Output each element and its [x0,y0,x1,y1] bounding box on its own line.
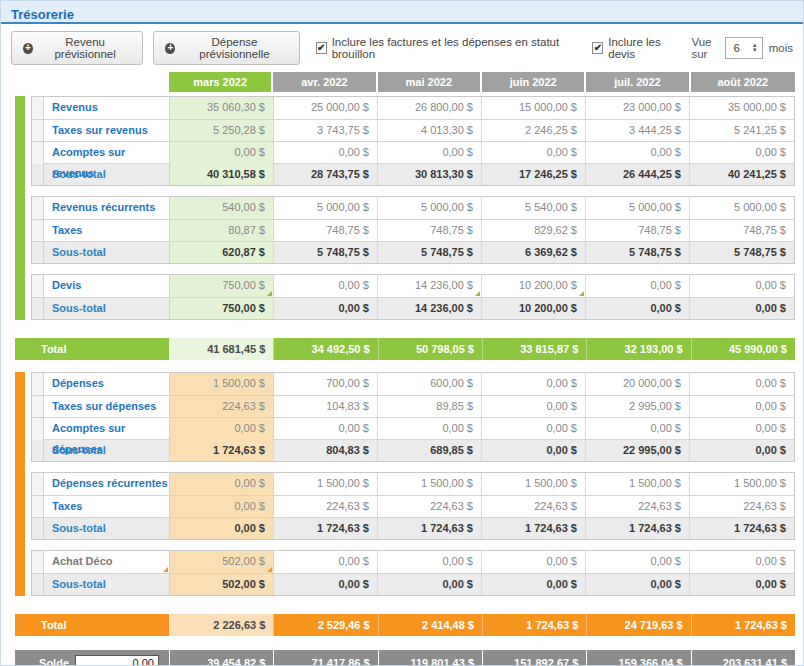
amount-cell[interactable]: 748,75 $ [690,220,794,241]
amount-cell[interactable]: 502,00 $ [170,551,274,573]
amount-cell[interactable]: 1 500,00 $ [170,373,274,395]
include-drafts-checkbox[interactable]: ✔ Inclure les factures et les dépenses e… [316,36,577,60]
row-label-link[interactable]: Sous-total [44,518,170,539]
amount-cell[interactable]: 104,83 $ [274,396,378,417]
amount-cell[interactable]: 3 743,75 $ [274,120,378,141]
row-label-link[interactable]: Devis [44,275,170,297]
amount-cell[interactable]: 89,85 $ [378,396,482,417]
amount-cell[interactable]: 0,00 $ [378,551,482,573]
amount-cell[interactable]: 0,00 $ [586,551,690,573]
amount-cell[interactable]: 224,63 $ [690,496,794,517]
amount-cell: 0,00 $ [586,298,690,319]
amount-cell[interactable]: 224,63 $ [586,496,690,517]
amount-cell[interactable]: 3 444,25 $ [586,120,690,141]
amount-cell[interactable]: 1 500,00 $ [378,473,482,495]
amount-cell[interactable]: 0,00 $ [274,275,378,297]
row-label-link[interactable]: Taxes [44,220,170,241]
amount-cell[interactable]: 1 500,00 $ [274,473,378,495]
amount-cell: 6 369,62 $ [482,242,586,263]
row-label-link[interactable]: Revenus [44,97,170,119]
amount-cell[interactable]: 25 000,00 $ [274,97,378,119]
solde-input[interactable] [75,655,159,666]
amount-cell[interactable]: 748,75 $ [274,220,378,241]
total-label: Total [15,614,169,636]
amount-cell[interactable]: 750,00 $ [170,275,274,297]
amount-cell[interactable]: 1 500,00 $ [586,473,690,495]
amount-cell[interactable]: 1 500,00 $ [690,473,794,495]
row-handle [32,440,44,461]
months-count-input[interactable] [726,38,748,58]
amount-cell[interactable]: 26 800,00 $ [378,97,482,119]
amount-cell: 1 724,63 $ [170,440,274,461]
amount-cell[interactable]: 5 540,00 $ [482,197,586,219]
include-quotes-checkbox[interactable]: ✔ Inclure les devis [592,36,681,60]
amount-cell[interactable]: 20 000,00 $ [586,373,690,395]
amount-cell[interactable]: 600,00 $ [378,373,482,395]
row-label-link[interactable]: Sous-total [44,574,170,595]
amount-cell[interactable]: 748,75 $ [378,220,482,241]
row-label-link[interactable]: Sous-total [44,164,170,185]
amount-cell: 750,00 $ [170,298,274,319]
amount-cell[interactable]: 35 060,30 $ [170,97,274,119]
section-block: Dépenses récurrentes0,00 $1 500,00 $1 50… [31,472,795,540]
row-label-link[interactable]: Taxes sur dépenses [44,396,170,417]
amount-cell[interactable]: 224,63 $ [170,396,274,417]
amount-cell[interactable]: 540,00 $ [170,197,274,219]
amount-cell[interactable]: 0,00 $ [690,373,794,395]
month-header: juil. 2022 [586,72,690,92]
table-row: Taxes sur revenus5 250,28 $3 743,75 $4 0… [32,119,794,141]
amount-cell[interactable]: 5 000,00 $ [586,197,690,219]
month-header: avr. 2022 [273,72,377,92]
amount-cell[interactable]: 0,00 $ [690,551,794,573]
row-handle [32,473,44,495]
amount-cell[interactable]: 0,00 $ [690,275,794,297]
amount-cell[interactable]: 0,00 $ [170,473,274,495]
amount-cell[interactable]: 5 000,00 $ [690,197,794,219]
amount-cell[interactable]: 80,87 $ [170,220,274,241]
add-expense-forecast-button[interactable]: + Dépense prévisionnelle [153,31,299,65]
amount-cell[interactable]: 14 236,00 $ [378,275,482,297]
subtotal-row: Sous-total750,00 $0,00 $14 236,00 $10 20… [32,297,794,319]
row-label-link[interactable]: Sous-total [44,242,170,263]
amount-cell[interactable]: 5 000,00 $ [274,197,378,219]
row-label-link[interactable]: Dépenses [44,373,170,395]
row-label-link[interactable]: Revenus récurrents [44,197,170,219]
amount-cell[interactable]: 0,00 $ [482,373,586,395]
row-label-link[interactable]: Taxes [44,496,170,517]
amount-cell[interactable]: 15 000,00 $ [482,97,586,119]
amount-cell[interactable]: 0,00 $ [170,496,274,517]
amount-cell[interactable]: 2 995,00 $ [586,396,690,417]
total-amount-cell: 2 414,48 $ [378,614,482,636]
amount-cell[interactable]: 35 000,00 $ [690,97,794,119]
amount-cell[interactable]: 0,00 $ [274,551,378,573]
amount-cell[interactable]: 1 500,00 $ [482,473,586,495]
view-months-prefix: Vue sur [691,36,718,60]
subtotal-row: Sous-total1 724,63 $804,83 $689,85 $0,00… [32,439,794,461]
amount-cell[interactable]: 0,00 $ [482,551,586,573]
spinner-arrows-icon[interactable]: ▲▼ [748,38,762,58]
amount-cell[interactable]: 224,63 $ [482,496,586,517]
row-label-link[interactable]: Taxes sur revenus [44,120,170,141]
amount-cell: 0,00 $ [586,574,690,595]
amount-cell[interactable]: 23 000,00 $ [586,97,690,119]
amount-cell[interactable]: 0,00 $ [482,396,586,417]
add-revenue-forecast-button[interactable]: + Revenu prévisionnel [11,31,143,65]
amount-cell[interactable]: 748,75 $ [586,220,690,241]
amount-cell[interactable]: 2 246,25 $ [482,120,586,141]
table-row: Devis750,00 $0,00 $14 236,00 $10 200,00 … [32,275,794,297]
amount-cell[interactable]: 4 013,30 $ [378,120,482,141]
amount-cell: 14 236,00 $ [378,298,482,319]
row-label-link[interactable]: Sous-total [44,440,170,461]
amount-cell[interactable]: 0,00 $ [690,396,794,417]
row-label-link[interactable]: Sous-total [44,298,170,319]
amount-cell[interactable]: 224,63 $ [378,496,482,517]
row-label-link[interactable]: Dépenses récurrentes [44,473,170,495]
amount-cell[interactable]: 5 241,25 $ [690,120,794,141]
amount-cell[interactable]: 5 000,00 $ [378,197,482,219]
amount-cell[interactable]: 700,00 $ [274,373,378,395]
amount-cell[interactable]: 829,62 $ [482,220,586,241]
amount-cell[interactable]: 0,00 $ [586,275,690,297]
amount-cell[interactable]: 5 250,28 $ [170,120,274,141]
amount-cell[interactable]: 224,63 $ [274,496,378,517]
amount-cell[interactable]: 10 200,00 $ [482,275,586,297]
